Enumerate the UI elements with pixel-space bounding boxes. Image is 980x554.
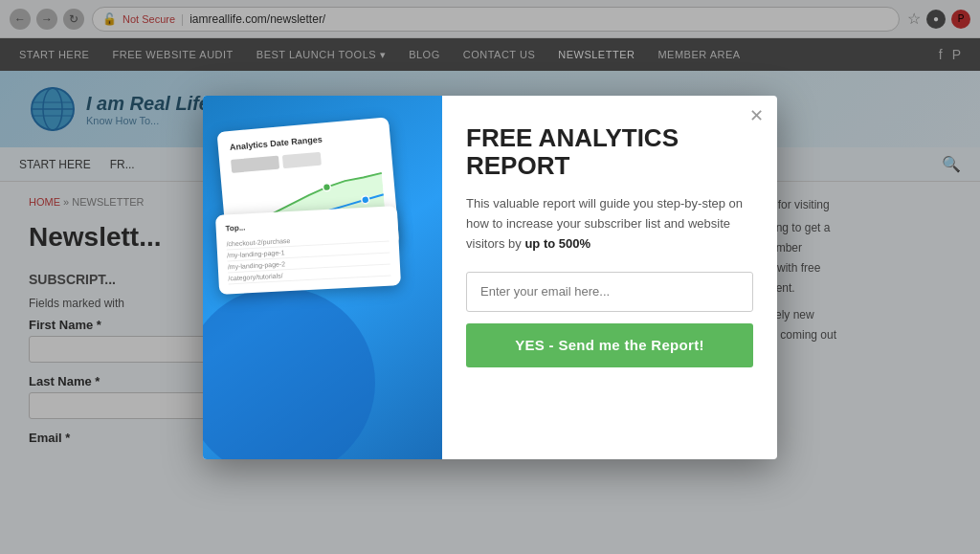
bg-circle-shape (203, 287, 375, 459)
svg-point-6 (323, 183, 330, 190)
modal-title: FREE ANALYTICS REPORT (466, 124, 753, 182)
modal-left-panel: Analytics Date Ranges (203, 96, 442, 459)
modal-right-panel: FREE ANALYTICS REPORT This valuable repo… (442, 96, 777, 459)
svg-point-7 (362, 195, 369, 203)
report-bar-2 (282, 151, 322, 167)
modal-dialog: ✕ Analytics Date Ranges (203, 96, 777, 459)
report-card-list: Top... /checkout-2/purchase /my-landing-… (215, 206, 401, 295)
modal-highlight: up to 500% (524, 236, 590, 251)
modal-overlay[interactable]: ✕ Analytics Date Ranges (0, 0, 980, 554)
email-input[interactable] (466, 272, 753, 312)
modal-description: This valuable report will guide you step… (466, 194, 753, 254)
report-card-2-title: Top... (225, 215, 388, 233)
submit-button[interactable]: YES - Send me the Report! (466, 323, 753, 367)
report-bars (231, 146, 381, 173)
modal-close-button[interactable]: ✕ (749, 105, 764, 126)
report-bar-1 (231, 155, 279, 172)
